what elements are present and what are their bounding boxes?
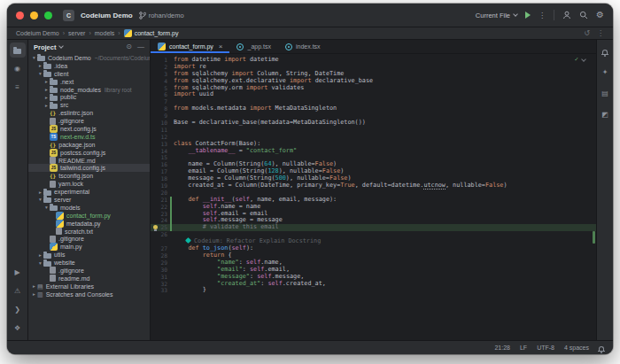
tree-item-scratches-and-consoles[interactable]: ▸▥Scratches and Consoles <box>28 290 150 298</box>
code-line[interactable]: 5from sqlalchemy.orm import validates <box>151 85 596 92</box>
expand-arrow-icon[interactable]: ▸ <box>31 283 37 289</box>
more-actions-icon[interactable]: ⋮ <box>539 12 546 19</box>
tree-item-client[interactable]: ▾client <box>28 70 150 78</box>
tree-item-postcss-config-js[interactable]: JSpostcss.config.js <box>28 149 150 157</box>
project-panel-title[interactable]: Project <box>34 43 56 51</box>
tree-item-utils[interactable]: ▸utils <box>28 251 150 259</box>
run-icon[interactable]: ▶ <box>10 265 26 280</box>
code-line[interactable]: 33 } <box>151 287 596 294</box>
code-line[interactable]: 11 <box>151 127 596 134</box>
tree-item-models[interactable]: ▾models <box>28 204 150 212</box>
inspections-widget[interactable]: ✓ <box>575 57 585 63</box>
breadcrumb-item-contact-form-py[interactable]: contact_form.py <box>124 29 179 37</box>
tree-item-eslintrc-json[interactable]: {}.eslintrc.json <box>28 109 150 117</box>
intention-bulb-icon[interactable] <box>153 225 158 229</box>
tree-item-public[interactable]: ▸public <box>28 93 150 101</box>
services-icon[interactable]: ❖ <box>10 321 26 336</box>
tree-item-gitignore[interactable]: .gitignore <box>28 117 150 125</box>
tree-item-src[interactable]: ▸src <box>28 101 150 109</box>
tree-item-idea[interactable]: ▸.idea <box>28 62 150 70</box>
tree-item-package-json[interactable]: {}package.json <box>28 141 150 149</box>
structure-icon[interactable]: ≡ <box>10 80 26 95</box>
run-config-selector[interactable]: Current File <box>476 12 517 19</box>
problems-icon[interactable]: ⚠ <box>10 283 26 298</box>
code-line[interactable]: 6import uuid <box>151 91 596 98</box>
tree-item-next-env-d-ts[interactable]: TSnext-env.d.ts <box>28 133 150 141</box>
plugins-icon[interactable]: ◩ <box>597 107 613 122</box>
expand-arrow-icon[interactable]: ▸ <box>43 103 50 108</box>
expand-arrow-icon[interactable]: ▸ <box>43 87 50 92</box>
tree-item-scratch-txt[interactable]: scratch.txt <box>28 228 150 236</box>
tree-item-gitignore[interactable]: .gitignore <box>28 267 150 275</box>
hide-panel-icon[interactable]: — <box>137 43 144 50</box>
expand-arrow-icon[interactable]: ▾ <box>37 197 43 202</box>
nav-more-icon[interactable]: ⋮ <box>597 30 604 37</box>
code-line[interactable]: 10Base = declarative_base(metadata=MetaD… <box>151 120 596 127</box>
expand-arrow-icon[interactable]: ▾ <box>37 260 43 266</box>
expand-arrow-icon[interactable]: ▸ <box>37 190 43 195</box>
expand-arrow-icon[interactable]: ▸ <box>37 252 43 258</box>
tree-item-tsconfig-json[interactable]: {}tsconfig.json <box>28 172 150 180</box>
code-line[interactable]: 1from datetime import datetime <box>151 57 596 64</box>
indent-style[interactable]: 4 spaces <box>564 345 589 351</box>
code-editor[interactable]: 1from datetime import datetime2import re… <box>151 54 596 340</box>
project-icon[interactable] <box>10 43 26 58</box>
cursor-position[interactable]: 21:28 <box>494 345 510 351</box>
history-icon[interactable]: ↺ <box>584 30 590 37</box>
project-name[interactable]: Codeium Demo <box>81 12 133 19</box>
breadcrumb-item-models[interactable]: models <box>95 30 115 36</box>
expand-arrow-icon[interactable]: ▾ <box>43 205 50 210</box>
breadcrumb-item-codeium-demo[interactable]: Codeium Demo <box>16 30 59 36</box>
locate-file-icon[interactable]: ⊙ <box>126 43 132 50</box>
code-line[interactable]: 8from models.metadata import MetaDataSin… <box>151 105 596 112</box>
chevron-down-icon[interactable] <box>59 43 65 49</box>
tab-contact-form-py[interactable]: contact_form.py× <box>151 40 229 53</box>
code-line[interactable]: 25 # validate this email <box>151 224 596 231</box>
tree-item-next[interactable]: ▸.next <box>28 78 150 86</box>
expand-arrow-icon[interactable]: ▾ <box>37 71 43 76</box>
commit-icon[interactable]: ◉ <box>10 61 26 76</box>
tree-item-experimental[interactable]: ▸experimental <box>28 188 150 196</box>
notifications-icon[interactable] <box>599 346 604 351</box>
run-button[interactable] <box>525 12 531 19</box>
vcs-branch-widget[interactable]: rohan/demo <box>139 12 184 19</box>
file-encoding[interactable]: UTF-8 <box>537 345 554 351</box>
user-avatar-icon[interactable] <box>562 11 571 19</box>
line-separator[interactable]: LF <box>520 345 527 351</box>
terminal-icon[interactable]: ❯ <box>10 302 26 317</box>
tree-item-server[interactable]: ▾server <box>28 196 150 204</box>
code-line[interactable]: 14 __tablename__ = "contact_form" <box>151 148 596 155</box>
database-icon[interactable]: ▤ <box>597 86 613 101</box>
search-everywhere-icon[interactable] <box>579 11 588 19</box>
tree-item-gitignore[interactable]: .gitignore <box>28 235 150 243</box>
breadcrumb-item-server[interactable]: server <box>68 30 85 36</box>
expand-arrow-icon[interactable]: ▸ <box>31 291 37 297</box>
close-tab-icon[interactable]: × <box>219 43 223 50</box>
tree-item-contact-form-py[interactable]: contact_form.py <box>28 212 150 220</box>
close-window-button[interactable] <box>16 12 24 19</box>
minimize-window-button[interactable] <box>30 12 38 19</box>
expand-arrow-icon[interactable]: ▸ <box>43 79 50 84</box>
tree-item-node-modules[interactable]: ▸node_moduleslibrary root <box>28 86 150 94</box>
tree-item-website[interactable]: ▾website <box>28 259 150 267</box>
tab-app-tsx[interactable]: _app.tsx <box>229 40 277 53</box>
code-line[interactable]: 19 created_at = Column(DateTime, primary… <box>151 182 596 190</box>
editor-scrollbar[interactable] <box>592 54 596 340</box>
expand-arrow-icon[interactable]: ▸ <box>43 95 50 100</box>
tree-item-external-libraries[interactable]: ▸▤External Libraries <box>28 283 150 290</box>
settings-gear-icon[interactable]: ⚙ <box>596 11 604 19</box>
zoom-window-button[interactable] <box>44 12 52 19</box>
tree-item-metadata-py[interactable]: metadata.py <box>28 220 150 228</box>
code-line[interactable]: 32 "created_at": self.created_at, <box>151 281 596 288</box>
tree-item-tailwind-config-js[interactable]: JStailwind.config.js <box>28 164 150 172</box>
tree-item-readme-md[interactable]: readme.md <box>28 275 150 283</box>
tree-item-yarn-lock[interactable]: yarn.lock <box>28 180 150 188</box>
expand-arrow-icon[interactable]: ▾ <box>31 55 37 60</box>
tree-item-readme-md[interactable]: README.md <box>28 157 150 165</box>
tab-index-tsx[interactable]: index.tsx <box>278 40 328 53</box>
expand-arrow-icon[interactable]: ▸ <box>37 63 43 68</box>
tree-item-main-py[interactable]: main.py <box>28 243 150 251</box>
project-avatar[interactable]: C <box>63 10 74 21</box>
ai-assistant-icon[interactable]: ✦ <box>597 65 613 80</box>
tree-item-codeium-demo[interactable]: ▾Codeium Demo~/Documents/Codeium Demo <box>28 54 150 62</box>
